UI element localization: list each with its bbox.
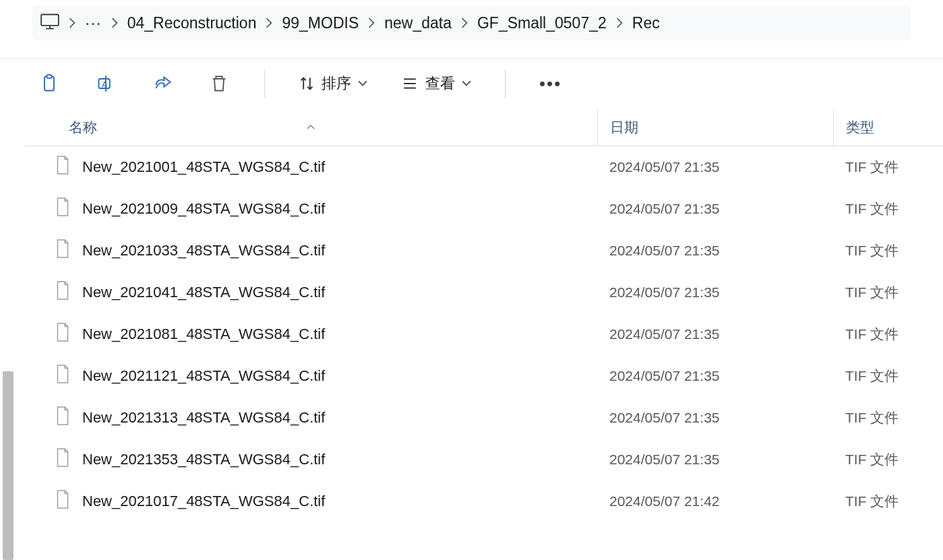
file-name-cell: New_2021353_48STA_WGS84_C.tif <box>24 448 597 471</box>
file-icon <box>55 448 70 471</box>
left-gutter <box>0 108 24 560</box>
breadcrumb[interactable]: ··· 04_Reconstruction 99_MODIS new_data … <box>32 5 911 40</box>
file-type-cell: TIF 文件 <box>833 408 943 427</box>
file-name: New_2021353_48STA_WGS84_C.tif <box>82 451 325 468</box>
file-icon <box>55 281 70 304</box>
breadcrumb-item[interactable]: Rec <box>632 14 660 32</box>
file-type-cell: TIF 文件 <box>833 199 943 218</box>
column-headers: 名称 日期 类型 <box>24 108 943 146</box>
table-row[interactable]: New_2021009_48STA_WGS84_C.tif2024/05/07 … <box>24 188 943 230</box>
file-icon <box>55 323 70 346</box>
sort-asc-icon <box>306 117 315 133</box>
chevron-right-icon[interactable] <box>616 18 623 28</box>
view-label: 查看 <box>425 73 455 94</box>
file-name-cell: New_2021121_48STA_WGS84_C.tif <box>24 365 597 387</box>
this-pc-icon[interactable] <box>40 13 59 32</box>
file-name: New_2021313_48STA_WGS84_C.tif <box>82 409 325 427</box>
more-options-icon[interactable]: ••• <box>539 73 561 94</box>
chevron-down-icon <box>358 77 367 90</box>
column-name-label: 名称 <box>69 118 97 137</box>
file-date-cell: 2024/05/07 21:35 <box>597 243 833 259</box>
svg-rect-0 <box>41 15 59 26</box>
table-row[interactable]: New_2021033_48STA_WGS84_C.tif2024/05/07 … <box>24 230 943 272</box>
file-name-cell: New_2021313_48STA_WGS84_C.tif <box>24 406 597 429</box>
paste-icon[interactable] <box>38 72 61 95</box>
column-header-date[interactable]: 日期 <box>597 108 833 146</box>
file-icon <box>55 197 70 220</box>
file-icon <box>55 239 70 262</box>
file-type-cell: TIF 文件 <box>833 158 943 177</box>
svg-rect-4 <box>47 75 52 78</box>
chevron-right-icon[interactable] <box>368 18 375 28</box>
file-name: New_2021009_48STA_WGS84_C.tif <box>82 200 325 218</box>
table-row[interactable]: New_2021017_48STA_WGS84_C.tif2024/05/07 … <box>24 480 943 522</box>
divider <box>505 69 506 98</box>
delete-icon[interactable] <box>208 72 231 95</box>
file-type-cell: TIF 文件 <box>833 492 943 511</box>
sort-button[interactable]: 排序 <box>299 73 367 94</box>
chevron-right-icon[interactable] <box>266 18 272 28</box>
file-area: 名称 日期 类型 New_2021001_48STA_WGS84_C.tif20… <box>0 108 943 560</box>
breadcrumb-bar: ··· 04_Reconstruction 99_MODIS new_data … <box>0 0 943 46</box>
breadcrumb-item[interactable]: 04_Reconstruction <box>127 14 257 32</box>
chevron-right-icon[interactable] <box>111 18 118 28</box>
breadcrumb-item[interactable]: GF_Small_0507_2 <box>477 14 607 32</box>
file-name: New_2021033_48STA_WGS84_C.tif <box>82 242 325 259</box>
table-row[interactable]: New_2021041_48STA_WGS84_C.tif2024/05/07 … <box>24 272 943 313</box>
table-row[interactable]: New_2021081_48STA_WGS84_C.tif2024/05/07 … <box>24 313 943 355</box>
file-type-cell: TIF 文件 <box>833 367 943 385</box>
file-name-cell: New_2021009_48STA_WGS84_C.tif <box>24 197 597 220</box>
sort-label: 排序 <box>322 73 351 94</box>
chevron-right-icon[interactable] <box>461 18 468 28</box>
file-icon <box>55 490 70 513</box>
file-type-cell: TIF 文件 <box>833 241 943 260</box>
file-name-cell: New_2021041_48STA_WGS84_C.tif <box>24 281 597 304</box>
file-date-cell: 2024/05/07 21:35 <box>597 368 833 384</box>
table-row[interactable]: New_2021353_48STA_WGS84_C.tif2024/05/07 … <box>24 439 943 480</box>
table-row[interactable]: New_2021313_48STA_WGS84_C.tif2024/05/07 … <box>24 397 943 439</box>
file-name: New_2021001_48STA_WGS84_C.tif <box>82 158 325 176</box>
breadcrumb-item[interactable]: 99_MODIS <box>282 14 359 32</box>
file-type-cell: TIF 文件 <box>833 450 943 469</box>
file-date-cell: 2024/05/07 21:42 <box>597 493 833 509</box>
column-header-name[interactable]: 名称 <box>24 118 597 137</box>
file-name-cell: New_2021033_48STA_WGS84_C.tif <box>24 239 597 262</box>
breadcrumb-item[interactable]: new_data <box>384 14 452 32</box>
file-name-cell: New_2021017_48STA_WGS84_C.tif <box>24 490 597 513</box>
file-pane: 名称 日期 类型 New_2021001_48STA_WGS84_C.tif20… <box>24 108 943 560</box>
table-row[interactable]: New_2021001_48STA_WGS84_C.tif2024/05/07 … <box>24 146 943 188</box>
svg-text:A: A <box>102 80 107 88</box>
column-date-label: 日期 <box>610 118 638 137</box>
scrollbar[interactable] <box>3 371 13 560</box>
share-icon[interactable] <box>151 72 174 95</box>
chevron-down-icon <box>462 77 471 90</box>
breadcrumb-overflow[interactable]: ··· <box>85 14 102 32</box>
divider <box>264 69 265 98</box>
file-date-cell: 2024/05/07 21:35 <box>597 284 833 301</box>
file-icon <box>55 406 70 429</box>
toolbar: A 排序 查看 ••• <box>0 59 943 108</box>
file-type-cell: TIF 文件 <box>833 283 943 302</box>
file-icon <box>55 156 70 179</box>
chevron-right-icon[interactable] <box>69 18 75 28</box>
file-type-cell: TIF 文件 <box>833 325 943 344</box>
view-button[interactable]: 查看 <box>401 73 471 94</box>
file-icon <box>55 365 70 387</box>
file-name: New_2021081_48STA_WGS84_C.tif <box>82 325 325 343</box>
column-type-label: 类型 <box>846 118 874 137</box>
file-date-cell: 2024/05/07 21:35 <box>597 201 833 217</box>
column-header-type[interactable]: 类型 <box>833 108 943 146</box>
file-name-cell: New_2021081_48STA_WGS84_C.tif <box>24 323 597 346</box>
file-name: New_2021121_48STA_WGS84_C.tif <box>82 367 325 385</box>
file-date-cell: 2024/05/07 21:35 <box>597 410 833 426</box>
file-date-cell: 2024/05/07 21:35 <box>597 452 833 468</box>
file-rows: New_2021001_48STA_WGS84_C.tif2024/05/07 … <box>24 146 943 560</box>
file-name: New_2021041_48STA_WGS84_C.tif <box>82 284 325 301</box>
file-name-cell: New_2021001_48STA_WGS84_C.tif <box>24 156 597 179</box>
rename-icon[interactable]: A <box>94 72 117 95</box>
file-date-cell: 2024/05/07 21:35 <box>597 326 833 342</box>
file-name: New_2021017_48STA_WGS84_C.tif <box>82 493 325 510</box>
file-date-cell: 2024/05/07 21:35 <box>597 159 833 175</box>
table-row[interactable]: New_2021121_48STA_WGS84_C.tif2024/05/07 … <box>24 355 943 397</box>
